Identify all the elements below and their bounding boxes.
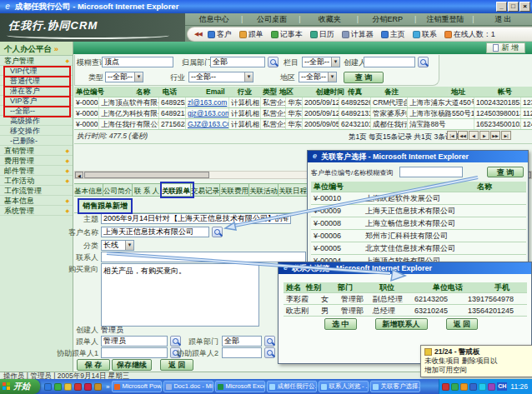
cell-email[interactable]: zl@163.com: [186, 97, 229, 107]
pager-button[interactable]: ◀: [469, 131, 479, 140]
new-button[interactable]: 新 增: [486, 42, 525, 53]
column-header[interactable]: Email: [204, 87, 236, 97]
popup1-row[interactable]: ¥-00009上海天正信息技术有限公司: [311, 205, 526, 217]
chevron-down-icon[interactable]: ▼: [134, 72, 143, 82]
popup2-titlebar[interactable]: e 联系人浏览 - Microsoft Internet Explorer: [279, 262, 531, 274]
pager-button[interactable]: ▶|: [501, 131, 511, 140]
table-row[interactable]: ¥-00003上海亿为科技有限公司64892132gjz@163.com计算机相…: [74, 108, 532, 119]
chevron-down-icon[interactable]: ▼: [328, 72, 336, 82]
popup1-search-button[interactable]: 查 询: [487, 167, 524, 177]
fuzzy-query-input[interactable]: [102, 57, 173, 67]
top-nav-item[interactable]: 公司桌面: [243, 13, 300, 25]
toolbar-item[interactable]: 在线人数：1: [444, 29, 495, 40]
return-button[interactable]: 返 回: [160, 359, 193, 371]
column-header[interactable]: 姓名: [284, 282, 304, 292]
toolbar-item[interactable]: 记事本: [271, 29, 303, 40]
column-header[interactable]: 备注: [383, 87, 449, 97]
search-button[interactable]: 查 询: [344, 72, 384, 83]
sidebar-item-personal-office[interactable]: 个人办公平台 »: [0, 42, 73, 56]
column-header[interactable]: 名称: [474, 182, 494, 192]
quick-launch-icon[interactable]: [74, 383, 82, 391]
quick-launch-icon[interactable]: [94, 383, 102, 391]
taskbar-window-button[interactable]: 成都任我行公...: [267, 381, 317, 392]
chevron-down-icon[interactable]: ▼: [244, 72, 253, 82]
type-select[interactable]: --全部-- ▼: [105, 72, 143, 82]
table-row[interactable]: ¥-00001上海任我行有限公司27156230GJZ@163.COM计算机相关…: [74, 119, 532, 130]
cell-email[interactable]: GJZ@163.COM: [186, 119, 229, 129]
popup2-action-button[interactable]: 返 回: [446, 318, 479, 330]
tracker-dept-input[interactable]: [222, 336, 262, 347]
column-header[interactable]: 地址: [449, 87, 496, 97]
toolbar-item[interactable]: 客户: [208, 29, 232, 40]
sidebar-item[interactable]: 潜在客户: [0, 86, 73, 96]
column-select[interactable]: --全部-- ▼: [302, 57, 340, 67]
chevron-down-icon[interactable]: ▼: [331, 57, 339, 67]
popup2-action-button[interactable]: 选 中: [324, 318, 357, 330]
sidebar-item[interactable]: VIP客户: [0, 96, 73, 106]
back-icon[interactable]: ◀◀: [194, 31, 202, 37]
sidebar-item[interactable]: 客户管理: [0, 56, 73, 66]
popup1-row[interactable]: ¥-00005北京艾佳信息技术有限公司: [311, 242, 526, 255]
toolbar-item[interactable]: 跟单: [239, 29, 263, 40]
top-nav-item[interactable]: 退 出: [474, 13, 532, 25]
quick-launch-icon[interactable]: [84, 383, 92, 391]
industry-select[interactable]: --全部-- ▼: [188, 72, 253, 82]
sidebar-item[interactable]: 邮件管理: [0, 166, 73, 176]
sidebar-item[interactable]: --全部--: [0, 106, 73, 116]
sidebar-item[interactable]: 工作活动: [0, 176, 73, 186]
top-nav-item[interactable]: 收藏夹: [301, 13, 359, 25]
chevron-down-icon[interactable]: ▼: [125, 241, 133, 250]
popup1-row[interactable]: ¥-00010上海跃起软件发展公司: [311, 192, 526, 205]
sidebar-item[interactable]: 工作流管理: [0, 186, 73, 196]
column-header[interactable]: 单位编号: [311, 182, 474, 192]
column-header[interactable]: 地区: [278, 87, 314, 97]
customer-name-input[interactable]: [101, 227, 209, 237]
sidebar-item[interactable]: 移交操作: [0, 126, 73, 136]
column-header[interactable]: 职位: [377, 282, 430, 292]
sidebar-item[interactable]: 高级操作: [0, 116, 73, 126]
quick-launch-icon[interactable]: [44, 383, 52, 391]
tab[interactable]: 关联费用: [220, 183, 249, 197]
save-continue-button[interactable]: 保存继续: [112, 359, 152, 371]
ime-indicator[interactable]: CH: [497, 382, 507, 391]
tray-icon[interactable]: [451, 383, 459, 391]
column-header[interactable]: 性别: [304, 282, 335, 292]
save-button[interactable]: 保 存: [77, 359, 110, 371]
sidebar-item[interactable]: VIP代理: [0, 66, 73, 76]
tab[interactable]: 基本信息: [74, 183, 103, 197]
popup2-action-button[interactable]: 新增联系人: [375, 318, 428, 330]
column-header[interactable]: 类型: [261, 87, 278, 97]
assist2-input[interactable]: [222, 347, 262, 358]
tab[interactable]: 关联活动: [249, 183, 279, 197]
tray-icon[interactable]: [460, 383, 468, 391]
region-select[interactable]: --全部-- ▼: [299, 72, 337, 82]
dept-input[interactable]: [210, 57, 265, 67]
taskbar-window-button[interactable]: 关联客户选择...: [370, 381, 420, 392]
column-header[interactable]: 行业: [236, 87, 261, 97]
tracker-dept-lookup-icon[interactable]: [264, 336, 275, 347]
top-nav-item[interactable]: 注销重登陆: [416, 13, 474, 25]
close-button[interactable]: ×: [519, 2, 530, 12]
tray-icon[interactable]: [479, 383, 486, 391]
tray-icon[interactable]: [488, 383, 495, 391]
column-header[interactable]: 传真: [346, 87, 383, 97]
tab[interactable]: 关联跟单: [162, 183, 191, 197]
quick-launch-icon[interactable]: [64, 383, 72, 391]
dept-lookup-icon[interactable]: [268, 57, 279, 67]
column-header[interactable]: 电话: [161, 87, 204, 97]
category-select[interactable]: 长线 ▼: [101, 240, 134, 251]
column-header[interactable]: 手机: [492, 282, 512, 292]
scrollbar-thumb[interactable]: [84, 172, 209, 178]
start-button[interactable]: 开始: [0, 379, 40, 394]
toolbar-item[interactable]: 日历: [310, 29, 334, 40]
column-header[interactable]: 单位电话: [430, 282, 492, 292]
tab[interactable]: 交易记录: [191, 183, 220, 197]
toolbar-item[interactable]: 计算器: [342, 29, 374, 40]
top-nav-item[interactable]: 信息中心: [185, 13, 243, 25]
contact-input[interactable]: [101, 252, 306, 262]
sidebar-item[interactable]: 普通代理: [0, 76, 73, 86]
toolbar-item[interactable]: 联系: [413, 29, 437, 40]
top-nav-item[interactable]: 分销ERP: [359, 13, 416, 25]
customer-lookup-icon[interactable]: [212, 227, 223, 237]
intent-textarea[interactable]: 相关产品，有购买意向。: [101, 263, 259, 327]
